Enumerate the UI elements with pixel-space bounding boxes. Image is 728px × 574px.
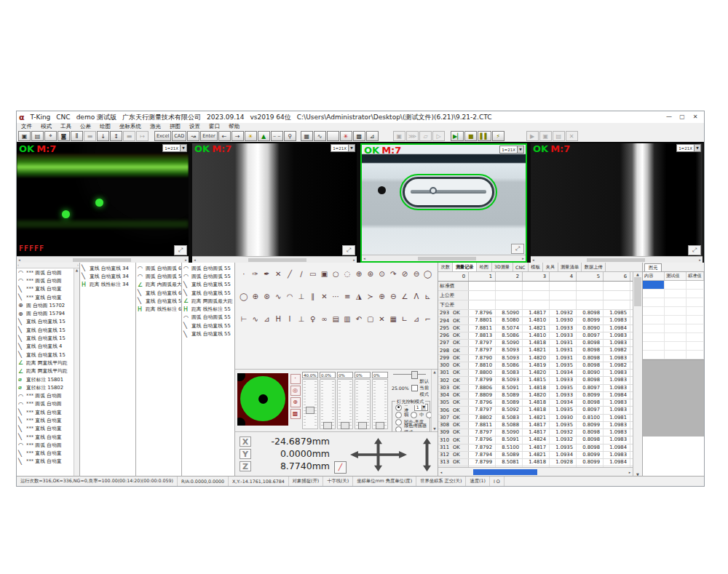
table-row[interactable]: 307OK7.88028.50831.48211.09300.81001.098…	[438, 415, 633, 422]
table-row[interactable]: 311OK7.87928.51001.48171.09350.80981.098…	[438, 445, 633, 452]
table-row-special[interactable]: 上公差	[438, 291, 633, 300]
table-row[interactable]: 301OK7.88008.50831.48201.09340.80901.098…	[438, 370, 633, 377]
laser-star-button[interactable]: ✳	[340, 131, 352, 141]
tool-icon-r1-4[interactable]: ✕	[272, 268, 284, 279]
camera-view-1[interactable]: FFFFF OKM:7 1=21X▼ ⤢ ◂▸	[17, 143, 189, 263]
table-row[interactable]: 304OK7.88098.50891.48201.09330.80991.098…	[438, 392, 633, 399]
camera-2-image[interactable]	[192, 143, 357, 257]
tab-3[interactable]: 绘图	[477, 263, 491, 271]
tool-icon-r2-17[interactable]: ⊾	[422, 291, 434, 302]
camera-4-image[interactable]	[531, 143, 703, 257]
list-item[interactable]: ◠*** 圆弧 自动圆	[17, 391, 74, 399]
magnifier-button[interactable]: ⚲	[284, 131, 296, 141]
table-row[interactable]: 296OK7.88138.50861.48101.09330.80971.098…	[438, 332, 633, 340]
camera-1-resize-handle-icon[interactable]: ⤢	[174, 245, 187, 255]
table-row-special[interactable]: 标准值	[438, 282, 633, 291]
list-item[interactable]: ∠距离 内圆弧最大距	[136, 281, 181, 289]
list-item[interactable]: ╲直线 自动直线 15	[17, 351, 74, 359]
stop-button[interactable]: ■	[464, 131, 477, 141]
list-item[interactable]: ◠圆弧 自动圆弧 55	[136, 272, 181, 280]
list-item[interactable]: ╲直线 自动直线 55	[182, 330, 234, 338]
tool-icon-r2-8[interactable]: ✕	[319, 291, 331, 302]
list-item[interactable]: ╲直线 自动直线 15	[17, 326, 74, 334]
jog-diagonal-button[interactable]: ╱	[334, 461, 347, 474]
chart-button[interactable]: ⊿	[366, 131, 379, 141]
tool-icon-r1-16[interactable]: ⊖	[411, 268, 422, 279]
tool-icon-r1-8[interactable]: ▣	[319, 268, 331, 279]
hatch-button[interactable]: ▦	[301, 131, 313, 141]
chevron-down-icon[interactable]: ▼	[517, 146, 523, 153]
jog-z-arrows[interactable]	[423, 438, 431, 471]
light-type-button-2[interactable]: ◎	[290, 386, 301, 396]
tool-icon-r2-14[interactable]: ⊖	[387, 291, 399, 302]
camera-1-image[interactable]: FFFFF	[17, 143, 189, 257]
wave-button[interactable]: ∿	[314, 131, 326, 141]
level-mid-radio[interactable]	[411, 412, 417, 418]
tool-icon-r1-3[interactable]: ✒	[261, 268, 273, 279]
menu-item-1[interactable]: 文件	[17, 123, 36, 130]
table-row[interactable]: 297OK7.87978.50901.48181.09310.80981.098…	[438, 340, 633, 347]
tool-icon-r2-13[interactable]: ⊕	[376, 291, 388, 302]
menu-item-11[interactable]: 帮助	[224, 123, 244, 130]
list-item[interactable]: H距离 线性标注 34	[80, 281, 135, 289]
camera-2-resize-handle-icon[interactable]: ⤢	[342, 245, 355, 255]
light-bulb-button[interactable]: ☀	[245, 131, 257, 141]
tool-icon-r1-15[interactable]: ⊘	[399, 268, 411, 279]
table-row[interactable]: 295OK7.88118.50741.48211.09330.80901.098…	[438, 325, 633, 332]
light-slider-thumb[interactable]	[306, 407, 314, 414]
camera-3-zoom-dropdown[interactable]: 1=21X▼	[499, 146, 524, 154]
blank-button[interactable]	[327, 131, 339, 141]
sync-brightness-radio[interactable]	[395, 419, 402, 426]
list-item[interactable]: ╲直线 自动直线 15	[17, 334, 74, 342]
list-item[interactable]: ◠圆弧 自动圆弧 55	[182, 272, 234, 280]
element-cell[interactable]	[643, 342, 665, 350]
table-row[interactable]: 306OK7.87978.50921.48181.09350.80971.098…	[438, 407, 633, 414]
enter-button[interactable]: Enter	[200, 131, 217, 141]
list-item[interactable]: ╲直线 自动直线 4	[17, 343, 74, 351]
tool-icon-r1-17[interactable]: ◯	[422, 268, 434, 279]
tool-icon-r3-10[interactable]: ▥	[341, 314, 353, 324]
list-item[interactable]: ⌀直径标注 15801	[17, 375, 74, 383]
tool-icon-r2-6[interactable]: ⊥	[296, 291, 307, 302]
tool-icon-r2-11[interactable]: ◮	[353, 291, 365, 302]
element-cell[interactable]	[643, 290, 665, 298]
open-button[interactable]: ▤	[31, 131, 44, 141]
brightness-hslider[interactable]	[393, 371, 426, 378]
tab-6[interactable]: 模板	[529, 263, 543, 271]
list-item[interactable]: ⊕圆 自动圆 15794	[17, 309, 74, 317]
cad-button[interactable]: CAD	[172, 131, 186, 141]
step-right-button[interactable]: ↦	[136, 131, 149, 141]
element-cell[interactable]	[643, 298, 665, 306]
light-type-button-3[interactable]: ⊕	[290, 397, 301, 407]
element-row[interactable]	[643, 316, 704, 324]
light-slider-track[interactable]	[320, 379, 336, 429]
tool-icon-r3-12[interactable]: ▢	[365, 314, 376, 324]
vscroll-thumb[interactable]	[634, 277, 641, 306]
menu-item-9[interactable]: 设置	[185, 123, 205, 130]
light-slider-track[interactable]	[372, 379, 388, 429]
minimize-button[interactable]: —	[662, 112, 676, 122]
camera-4-zoom-dropdown[interactable]: 1=21X▼	[676, 144, 701, 152]
qr-button[interactable]: ▩	[353, 131, 365, 141]
list-item[interactable]: ╲*** 直线 自动直	[17, 285, 74, 293]
tool-icon-r1-5[interactable]: ╱	[284, 268, 296, 279]
tool-icon-r3-8[interactable]: ∞	[319, 314, 331, 324]
probe-edit-button[interactable]: ⌖	[44, 131, 57, 141]
tool-icon-r3-13[interactable]: ✕	[376, 314, 388, 324]
menu-item-10[interactable]: 窗口	[205, 123, 224, 130]
element-row[interactable]	[643, 298, 704, 307]
list-item[interactable]: ∠距离 两直线平均距	[17, 367, 74, 375]
tool-icon-r2-1[interactable]: ◯	[238, 291, 250, 302]
tool-icon-r2-12[interactable]: ≻	[365, 291, 376, 302]
camera-view-3-active[interactable]: OKM:7 1=21X▼ ⤢ ◂▸	[360, 143, 527, 263]
curve-pen-button[interactable]: ↝	[187, 131, 199, 141]
list-item[interactable]: ╲直线 自动直线 55	[136, 297, 181, 305]
tool-icon-r1-12[interactable]: ⊛	[365, 268, 376, 279]
chevron-down-icon[interactable]: ▼	[180, 145, 186, 151]
tool-icon-r1-2[interactable]: ✑	[250, 268, 261, 279]
tool-icon-r3-2[interactable]: ∿	[250, 314, 261, 324]
list-item[interactable]: ╲*** 直线 自动直	[17, 416, 74, 424]
level-low-radio[interactable]	[395, 412, 402, 418]
table-row[interactable]: 299OK7.87908.50931.48201.09310.80981.098…	[438, 355, 633, 362]
table-row[interactable]: 309OK7.87978.50901.48171.09320.80981.098…	[438, 429, 633, 437]
